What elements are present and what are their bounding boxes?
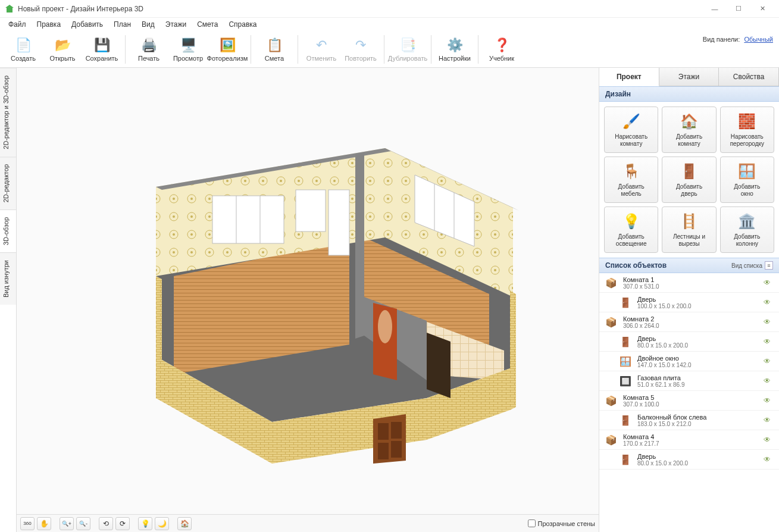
side-tab-3d[interactable]: 3D-обзор: [0, 209, 16, 252]
save-icon: 💾: [93, 37, 110, 54]
add-door-label: Добавитьдверь: [676, 183, 702, 198]
right-panel-tabs: ПроектЭтажиСвойства: [599, 68, 779, 86]
visibility-toggle[interactable]: 👁: [764, 318, 774, 326]
menu-правка[interactable]: Правка: [32, 19, 66, 30]
rp-tab-floors[interactable]: Этажи: [659, 68, 719, 86]
viewport-zoom-out-button[interactable]: 🔍-: [76, 517, 90, 530]
menu-план[interactable]: План: [109, 19, 136, 30]
tutorial-label: Учебник: [489, 55, 514, 62]
side-tab-2d[interactable]: 2D-редактор: [0, 157, 16, 209]
object-dimensions: 170.0 x 217.7: [623, 440, 764, 447]
object-name: Дверь: [637, 296, 764, 303]
viewport-home-button[interactable]: 🏠: [177, 517, 192, 530]
door-icon: 🚪: [618, 295, 633, 309]
svg-rect-43: [391, 422, 402, 439]
draw-partition-button[interactable]: 🧱Нарисоватьперегородку: [720, 107, 774, 153]
svg-marker-40: [427, 333, 450, 398]
menu-справка[interactable]: Справка: [224, 19, 261, 30]
viewport-rotate-left-button[interactable]: ⟲: [99, 517, 113, 530]
svg-rect-45: [391, 441, 402, 458]
object-row[interactable]: 📦Комната 2306.0 x 264.0👁: [599, 312, 779, 332]
photoreal-button[interactable]: 🖼️Фотореализм: [209, 33, 246, 65]
visibility-toggle[interactable]: 👁: [764, 396, 774, 405]
duplicate-button: 📑Дублировать: [389, 33, 426, 65]
viewport-moon-button[interactable]: 🌙: [155, 517, 169, 530]
object-row[interactable]: 🚪Балконный блок слева183.0 x 15.0 x 212.…: [599, 411, 779, 430]
add-room-button[interactable]: 🏠Добавитькомнату: [662, 107, 716, 153]
menu-этажи[interactable]: Этажи: [161, 19, 191, 30]
object-row[interactable]: 📦Комната 4170.0 x 217.7👁: [599, 430, 779, 450]
side-tab-inside[interactable]: Вид изнутри: [0, 252, 16, 305]
visibility-toggle[interactable]: 👁: [764, 337, 774, 346]
tutorial-button[interactable]: ❓Учебник: [483, 33, 520, 65]
viewport-zoom-in-button[interactable]: 🔍+: [60, 517, 74, 530]
settings-button[interactable]: ⚙️Настройки: [436, 33, 473, 65]
add-door-button[interactable]: 🚪Добавитьдверь: [662, 157, 716, 203]
add-furniture-button[interactable]: 🪑Добавитьмебель: [604, 157, 658, 203]
menu-смета[interactable]: Смета: [192, 19, 223, 30]
create-icon: 📄: [15, 37, 32, 54]
visibility-toggle[interactable]: 👁: [764, 298, 774, 306]
viewport-bulb-button[interactable]: 💡: [138, 517, 152, 530]
panel-mode-link[interactable]: Обычный: [744, 36, 773, 43]
window-icon: 🪟: [618, 354, 633, 368]
add-column-button[interactable]: 🏛️Добавитьколонну: [720, 206, 774, 253]
object-row[interactable]: 📦Комната 5307.0 x 100.0👁: [599, 391, 779, 411]
add-light-button[interactable]: 💡Добавитьосвещение: [604, 206, 658, 253]
object-name: Комната 4: [623, 433, 764, 440]
stairs-button[interactable]: 🪜Лестницы ивырезы: [662, 206, 716, 253]
side-tab-2d3d[interactable]: 2D-редактор и 3D-обзор: [0, 68, 16, 157]
duplicate-icon: 📑: [399, 37, 416, 54]
object-row[interactable]: 📦Комната 1307.0 x 531.0👁: [599, 273, 779, 293]
tutorial-icon: ❓: [493, 37, 510, 54]
viewport-hand-button[interactable]: ✋: [37, 517, 51, 530]
visibility-toggle[interactable]: 👁: [764, 416, 774, 424]
print-button[interactable]: 🖨️Печать: [130, 33, 167, 65]
viewport-360-button[interactable]: 360: [20, 517, 35, 530]
menu-файл[interactable]: Файл: [4, 19, 31, 30]
preview-button[interactable]: 🖥️Просмотр: [170, 33, 207, 65]
list-view-icon[interactable]: ≡: [765, 261, 773, 270]
add-window-button[interactable]: 🪟Добавитьокно: [720, 157, 774, 203]
rp-tab-properties[interactable]: Свойства: [719, 68, 779, 86]
preview-label: Просмотр: [173, 55, 203, 62]
viewport-3d[interactable]: [17, 68, 599, 514]
object-name: Комната 1: [623, 276, 764, 283]
transparent-walls-input[interactable]: [528, 520, 536, 527]
add-light-label: Добавитьосвещение: [616, 233, 647, 248]
visibility-toggle[interactable]: 👁: [764, 357, 774, 365]
rp-tab-project[interactable]: Проект: [599, 68, 659, 86]
estimate-icon: 📋: [266, 37, 283, 54]
visibility-toggle[interactable]: 👁: [764, 455, 774, 464]
draw-partition-label: Нарисоватьперегородку: [730, 133, 764, 148]
object-row[interactable]: 🪟Двойное окно147.0 x 15.0 x 142.0👁: [599, 352, 779, 371]
close-button[interactable]: ✕: [750, 1, 774, 17]
svg-marker-22: [355, 233, 364, 339]
door-icon: 🚪: [618, 452, 633, 467]
object-row[interactable]: 🔲Газовая плита51.0 x 62.1 x 86.9👁: [599, 371, 779, 391]
minimize-button[interactable]: —: [703, 1, 727, 17]
visibility-toggle[interactable]: 👁: [764, 436, 774, 444]
object-row[interactable]: 🚪Дверь80.0 x 15.0 x 200.0👁: [599, 450, 779, 470]
object-row[interactable]: 🚪Дверь80.0 x 15.0 x 200.0👁: [599, 332, 779, 352]
draw-room-button[interactable]: 🖌️Нарисоватькомнату: [604, 107, 658, 153]
transparent-walls-checkbox[interactable]: Прозрачные стены: [528, 520, 595, 527]
visibility-toggle[interactable]: 👁: [764, 278, 774, 287]
viewport-rotate-right-button[interactable]: ⟳: [115, 517, 130, 530]
open-button[interactable]: 📂Открыть: [44, 33, 81, 65]
create-label: Создать: [11, 55, 36, 62]
estimate-button[interactable]: 📋Смета: [256, 33, 293, 65]
visibility-toggle[interactable]: 👁: [764, 377, 774, 385]
object-row[interactable]: 🚪Дверь100.0 x 15.0 x 200.0👁: [599, 293, 779, 312]
maximize-button[interactable]: ☐: [727, 1, 750, 17]
object-name: Балконный блок слева: [637, 414, 764, 421]
print-label: Печать: [138, 55, 159, 62]
stairs-icon: 🪜: [680, 212, 699, 231]
viewport-wrap: 360✋🔍+🔍-⟲⟳💡🌙🏠 Прозрачные стены: [17, 68, 599, 532]
menu-добавить[interactable]: Добавить: [67, 19, 108, 30]
redo-button: ↷Повторить: [342, 33, 379, 65]
add-column-label: Добавитьколонну: [734, 233, 760, 248]
create-button[interactable]: 📄Создать: [5, 33, 42, 65]
save-button[interactable]: 💾Сохранить: [83, 33, 120, 65]
menu-вид[interactable]: Вид: [137, 19, 159, 30]
